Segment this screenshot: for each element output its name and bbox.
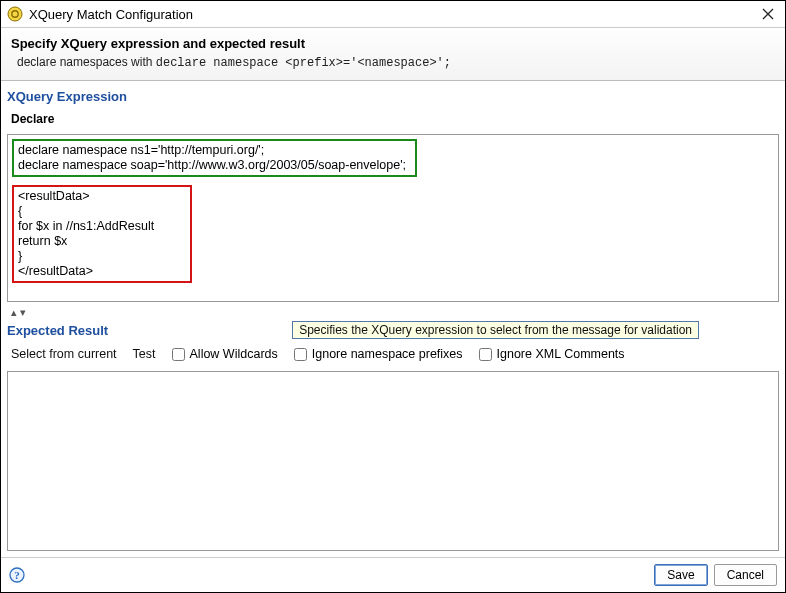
expected-result-editor[interactable]	[7, 371, 779, 551]
expected-result-header-row: Expected Result Specifies the XQuery exp…	[7, 321, 779, 339]
allow-wildcards-checkbox[interactable]: Allow Wildcards	[172, 347, 278, 361]
ignore-namespace-input[interactable]	[294, 348, 307, 361]
content-area: XQuery Expression Declare declare namesp…	[1, 81, 785, 557]
test-link[interactable]: Test	[133, 347, 156, 361]
titlebar: XQuery Match Configuration	[1, 1, 785, 27]
allow-wildcards-input[interactable]	[172, 348, 185, 361]
ignore-xml-comments-input[interactable]	[479, 348, 492, 361]
allow-wildcards-label: Allow Wildcards	[190, 347, 278, 361]
app-icon	[7, 6, 23, 22]
namespace-declaration-box: declare namespace ns1='http://tempuri.or…	[12, 139, 417, 177]
window-title: XQuery Match Configuration	[29, 7, 193, 22]
svg-text:?: ?	[14, 569, 20, 581]
declare-label: Declare	[11, 112, 779, 126]
splitter-handle[interactable]: ▴ ▾	[7, 304, 779, 319]
subheader-hint: declare namespaces with declare namespac…	[11, 55, 775, 70]
expected-toolbar: Select from current Test Allow Wildcards…	[7, 341, 779, 369]
expected-result-label: Expected Result	[7, 323, 108, 338]
ignore-namespace-checkbox[interactable]: Ignore namespace prefixes	[294, 347, 463, 361]
help-icon[interactable]: ?	[9, 567, 25, 583]
xquery-tooltip: Specifies the XQuery expression to selec…	[292, 321, 699, 339]
select-from-current-link[interactable]: Select from current	[11, 347, 117, 361]
xquery-editor[interactable]: declare namespace ns1='http://tempuri.or…	[7, 134, 779, 302]
save-button[interactable]: Save	[654, 564, 707, 586]
ignore-xml-comments-checkbox[interactable]: Ignore XML Comments	[479, 347, 625, 361]
hint-prefix: declare namespaces with	[17, 55, 156, 69]
xquery-expression-label: XQuery Expression	[7, 89, 779, 104]
ignore-namespace-label: Ignore namespace prefixes	[312, 347, 463, 361]
svg-point-0	[8, 7, 22, 21]
close-button[interactable]	[757, 5, 779, 23]
subheader-title: Specify XQuery expression and expected r…	[11, 36, 775, 51]
subheader: Specify XQuery expression and expected r…	[1, 27, 785, 81]
cancel-button[interactable]: Cancel	[714, 564, 777, 586]
hint-code: declare namespace <prefix>='<namespace>'…	[156, 56, 451, 70]
ignore-xml-comments-label: Ignore XML Comments	[497, 347, 625, 361]
xquery-body-box: <resultData> { for $x in //ns1:AddResult…	[12, 185, 192, 283]
splitter-arrows-icon: ▴ ▾	[11, 306, 26, 319]
footer: ? Save Cancel	[1, 557, 785, 592]
